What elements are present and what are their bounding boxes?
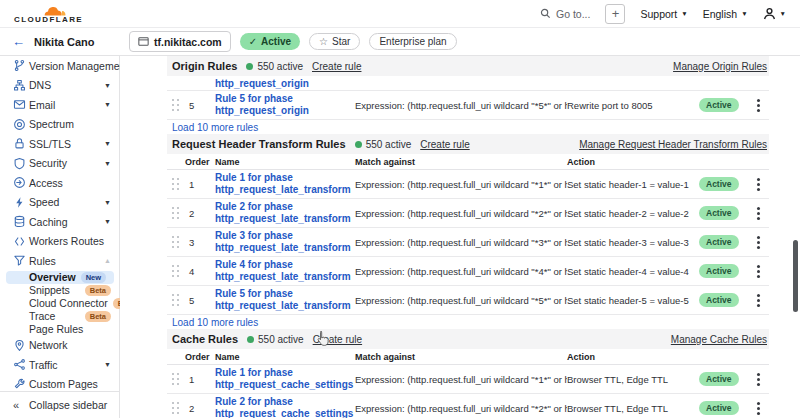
- sidebar-item-label: Trace: [29, 310, 80, 322]
- account-breadcrumb[interactable]: ← Nikita Cano: [0, 35, 121, 48]
- collapse-sidebar-button[interactable]: « Collapse sidebar: [0, 391, 119, 418]
- rule-match-expression: Expression: (http.request.full_uri wildc…: [355, 237, 567, 248]
- status-badge: Active: [699, 264, 739, 278]
- rule-name-link[interactable]: Rule 2 for phasehttp_request_late_transf…: [215, 201, 355, 226]
- kebab-menu-icon: [757, 378, 760, 381]
- section-origin-rules: Origin Rules550 activeCreate ruleManage …: [167, 56, 769, 134]
- rule-name-line1: Rule 1 for phase: [215, 172, 355, 185]
- sidebar-item-access[interactable]: Access: [0, 173, 119, 193]
- sidebar-item-version-management[interactable]: Version Management: [0, 56, 119, 76]
- manage-rules-link[interactable]: Manage Cache Rules: [671, 334, 767, 345]
- col-name: Name: [215, 157, 355, 167]
- rule-name-link[interactable]: Rule 5 for phasehttp_request_late_transf…: [215, 288, 355, 313]
- domain-selector[interactable]: tf.nikitac.com: [129, 31, 231, 52]
- chevron-down-icon: ▼: [104, 82, 111, 89]
- rule-row: 1Rule 1 for phasehttp_request_cache_sett…: [167, 365, 769, 394]
- lock-icon: [13, 137, 26, 150]
- col-order: Order: [185, 352, 215, 362]
- sidebar-item-rules[interactable]: Rules▲: [0, 251, 119, 271]
- rule-menu-button[interactable]: [747, 286, 769, 314]
- manage-rules-link[interactable]: Manage Request Header Transform Rules: [579, 139, 767, 150]
- sidebar-item-traffic[interactable]: Traffic▼: [0, 355, 119, 375]
- rule-row: 1Rule 1 for phasehttp_request_late_trans…: [167, 170, 769, 199]
- sidebar-item-page-rules[interactable]: Page Rules: [0, 323, 119, 336]
- brand-wordmark: CLOUDFLARE: [14, 16, 83, 24]
- database-icon: [13, 215, 26, 228]
- drag-handle[interactable]: [167, 394, 185, 418]
- back-arrow-icon[interactable]: ←: [12, 35, 25, 48]
- sidebar-item-trace[interactable]: TraceBeta: [0, 310, 119, 323]
- load-more-rules-link[interactable]: Load 10 more rules: [167, 120, 769, 134]
- sidebar-item-overview[interactable]: OverviewNew: [6, 271, 114, 285]
- col-match: Match against: [355, 352, 567, 362]
- drag-handle[interactable]: [167, 286, 185, 314]
- sidebar-item-spectrum[interactable]: Spectrum: [0, 115, 119, 135]
- drag-handle[interactable]: [167, 91, 185, 119]
- sidebar-item-snippets[interactable]: SnippetsBeta: [0, 284, 119, 297]
- chevron-down-icon: ▼: [780, 10, 786, 17]
- rule-menu-button[interactable]: [747, 199, 769, 227]
- sidebar-item-email[interactable]: Email▼: [0, 95, 119, 115]
- section-header-origin-rules: Origin Rules550 activeCreate ruleManage …: [167, 56, 769, 76]
- sidebar-item-label: Page Rules: [29, 323, 111, 335]
- rule-name-link[interactable]: Rule 3 for phasehttp_request_late_transf…: [215, 230, 355, 255]
- rule-menu-button[interactable]: [747, 257, 769, 285]
- drag-handle[interactable]: [167, 365, 185, 393]
- sidebar-item-cloud-connector[interactable]: Cloud ConnectorBeta: [0, 297, 119, 310]
- sidebar-item-ssl-tls[interactable]: SSL/TLS▼: [0, 134, 119, 154]
- col-order: Order: [185, 157, 215, 167]
- rule-action: Set static header-2 = value-2: [567, 208, 699, 219]
- rule-name-link[interactable]: Rule 1 for phasehttp_request_late_transf…: [215, 172, 355, 197]
- create-rule-link[interactable]: Create rule: [420, 139, 469, 150]
- status-cell: Active: [699, 372, 747, 386]
- sidebar-item-workers-routes[interactable]: Workers Routes: [0, 232, 119, 252]
- rule-name-link[interactable]: Rule 4 for phasehttp_request_late_transf…: [215, 259, 355, 284]
- sidebar-item-dns[interactable]: DNS▼: [0, 76, 119, 96]
- rule-name-link[interactable]: Rule 5 for phasehttp_request_origin: [215, 93, 355, 118]
- partial-rule-row: http_request_origin: [167, 76, 769, 91]
- rule-menu-button[interactable]: [747, 228, 769, 256]
- check-icon: ✓: [249, 36, 257, 47]
- rule-match-expression: Expression: (http.request.full_uri wildc…: [355, 179, 567, 190]
- language-menu[interactable]: English ▼: [703, 8, 748, 20]
- chevron-down-icon: ▼: [741, 10, 747, 17]
- load-more-rules-link[interactable]: Load 10 more rules: [167, 315, 769, 329]
- wrench-icon: [13, 378, 26, 391]
- user-icon: [763, 7, 776, 20]
- rule-action: Set static header-5 = value-5: [567, 295, 699, 306]
- sidebar-item-network[interactable]: Network: [0, 336, 119, 356]
- goto-search[interactable]: Go to...: [540, 8, 590, 20]
- star-button[interactable]: ☆ Star: [309, 33, 360, 50]
- sidebar-item-caching[interactable]: Caching▼: [0, 212, 119, 232]
- rule-action: Set static header-3 = value-3: [567, 237, 699, 248]
- rule-menu-button[interactable]: [747, 394, 769, 418]
- rule-menu-button[interactable]: [747, 91, 769, 119]
- drag-handle[interactable]: [167, 199, 185, 227]
- sidebar-item-speed[interactable]: Speed▼: [0, 193, 119, 213]
- rule-name-line2: http_request_origin: [215, 105, 355, 118]
- scrollbar-thumb[interactable]: [793, 240, 798, 312]
- status-cell: Active: [699, 98, 747, 112]
- drag-handle[interactable]: [167, 228, 185, 256]
- drag-dots-icon: [172, 207, 174, 209]
- add-button[interactable]: +: [605, 4, 625, 24]
- drag-dots-icon: [172, 265, 174, 267]
- drag-handle[interactable]: [167, 170, 185, 198]
- cloudflare-logo[interactable]: CLOUDFLARE: [14, 4, 83, 24]
- rule-name-link[interactable]: Rule 1 for phasehttp_request_cache_setti…: [215, 367, 355, 392]
- network-icon: [13, 79, 26, 92]
- rule-menu-button[interactable]: [747, 170, 769, 198]
- rule-menu-button[interactable]: [747, 365, 769, 393]
- support-menu[interactable]: Support ▼: [640, 8, 687, 20]
- create-rule-link[interactable]: Create rule: [312, 61, 361, 72]
- sidebar-item-security[interactable]: Security▼: [0, 154, 119, 174]
- user-menu[interactable]: ▼: [763, 7, 786, 20]
- rule-name-link[interactable]: http_request_origin: [215, 78, 309, 90]
- rule-name-link[interactable]: Rule 2 for phasehttp_request_cache_setti…: [215, 396, 355, 418]
- rule-match-expression: Expression: (http.request.full_uri wildc…: [355, 295, 567, 306]
- drag-handle[interactable]: [167, 257, 185, 285]
- manage-rules-link[interactable]: Manage Origin Rules: [673, 61, 767, 72]
- sidebar-item-label: Traffic: [29, 359, 104, 371]
- chevron-down-icon: ▼: [104, 101, 111, 108]
- create-rule-link[interactable]: Create rule: [313, 334, 362, 345]
